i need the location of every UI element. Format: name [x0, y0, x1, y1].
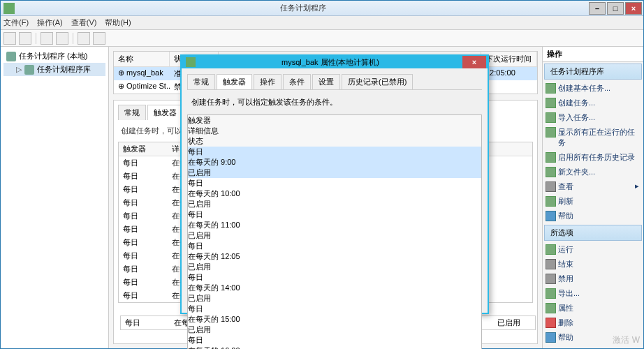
col-trigger[interactable]: 触发器 [188, 115, 237, 126]
trigger-row[interactable]: 每日在每天的 14:00已启用 [188, 272, 481, 304]
trigger-row[interactable]: 每日在每天的 12:05已启用 [188, 241, 481, 272]
scheduler-icon [6, 52, 16, 61]
expand-icon[interactable]: ▷ [16, 65, 22, 74]
trigger-row[interactable]: 每日在每天的 15:00已启用 [188, 304, 481, 335]
menu-view[interactable]: 查看(V) [71, 17, 97, 28]
nav-back-icon[interactable] [3, 32, 16, 45]
tool-icon[interactable] [56, 32, 68, 45]
dlg-tab-triggers[interactable]: 触发器 [217, 74, 252, 89]
tool-icon[interactable] [78, 32, 90, 45]
action-item[interactable]: 结束 [543, 257, 643, 272]
watermark: 激活 W [613, 334, 640, 346]
action-item[interactable]: 创建任务... [543, 96, 643, 110]
action-item[interactable]: 新文件夹... [543, 165, 643, 179]
dialog-hint: 创建任务时，可以指定触发该任务的条件。 [187, 90, 482, 114]
action-item[interactable]: 删除 [543, 315, 643, 330]
trigger-row[interactable]: 每日在每天的 16:00已启用 [188, 335, 481, 349]
menu-action[interactable]: 操作(A) [37, 17, 63, 28]
trigger-list[interactable]: 触发器 详细信息 状态 每日在每天的 9:00已启用每日在每天的 10:00已启… [187, 114, 482, 349]
folder-icon [24, 65, 34, 75]
dlg-tab-settings[interactable]: 设置 [312, 74, 340, 89]
action-item[interactable]: 属性 [543, 301, 643, 315]
tool-icon[interactable] [41, 32, 53, 45]
tab-triggers[interactable]: 触发器 [147, 105, 183, 120]
action-item[interactable]: 启用所有任务历史记录 [543, 150, 643, 165]
actions-section-library: 任务计划程序库 [544, 64, 642, 80]
tree-pane: 任务计划程序 (本地) ▷ 任务计划程序库 [1, 47, 109, 348]
window-title: 任务计划程序 [17, 3, 589, 13]
close-button[interactable]: × [625, 2, 642, 15]
dialog-close-button[interactable]: × [462, 56, 486, 68]
action-item[interactable]: 禁用 [543, 272, 643, 286]
properties-dialog: mysql_bak 属性(本地计算机) × 常规 触发器 操作 条件 设置 历史… [180, 54, 489, 314]
action-item[interactable]: 导出... [543, 286, 643, 301]
action-item[interactable]: 刷新 [543, 194, 643, 209]
tool-icon[interactable] [93, 32, 105, 45]
dlg-tab-actions[interactable]: 操作 [254, 74, 281, 89]
dialog-icon [186, 57, 196, 67]
nav-fwd-icon[interactable] [19, 32, 31, 45]
action-item[interactable]: 查看 ▸ [543, 179, 643, 194]
dlg-tab-general[interactable]: 常规 [187, 74, 215, 89]
menu-file[interactable]: 文件(F) [3, 17, 29, 28]
dialog-titlebar[interactable]: mysql_bak 属性(本地计算机) × [182, 56, 488, 68]
dlg-tab-history[interactable]: 历史记录(已禁用) [342, 74, 413, 89]
toolbar [1, 30, 643, 47]
col-name[interactable]: 名称 [114, 52, 170, 66]
app-icon [3, 3, 15, 14]
minimize-button[interactable]: – [589, 2, 606, 15]
tab-general[interactable]: 常规 [118, 105, 146, 120]
menubar: 文件(F) 操作(A) 查看(V) 帮助(H) [1, 16, 643, 30]
maximize-button[interactable]: □ [607, 2, 624, 15]
titlebar: 任务计划程序 – □ × [1, 1, 643, 16]
tree-library[interactable]: ▷ 任务计划程序库 [3, 63, 105, 76]
col-state[interactable]: 状态 [188, 136, 230, 147]
action-item[interactable]: 导入任务... [543, 110, 643, 125]
trigger-row[interactable]: 每日在每天的 11:00已启用 [188, 209, 481, 241]
col-detail[interactable]: 详细信息 [188, 126, 481, 136]
actions-header: 操作 [543, 47, 643, 62]
action-item[interactable]: 运行 [543, 242, 643, 257]
col-nextrun[interactable]: 下次运行时间 [481, 52, 537, 66]
dlg-tab-cond[interactable]: 条件 [283, 74, 311, 89]
trigger-row[interactable]: 每日在每天的 9:00已启用 [188, 147, 481, 178]
action-item[interactable]: 显示所有正在运行的任务 [543, 125, 643, 150]
dialog-title: mysql_bak 属性(本地计算机) [198, 57, 462, 68]
trigger-row[interactable]: 每日在每天的 10:00已启用 [188, 178, 481, 209]
action-item[interactable]: 创建基本任务... [543, 81, 643, 96]
tree-root[interactable]: 任务计划程序 (本地) [3, 50, 105, 63]
action-item[interactable]: 帮助 [543, 209, 643, 223]
actions-section-selected: 所选项 [544, 225, 642, 241]
menu-help[interactable]: 帮助(H) [105, 17, 131, 28]
actions-pane: 操作 任务计划程序库 创建基本任务...创建任务...导入任务...显示所有正在… [542, 47, 643, 348]
